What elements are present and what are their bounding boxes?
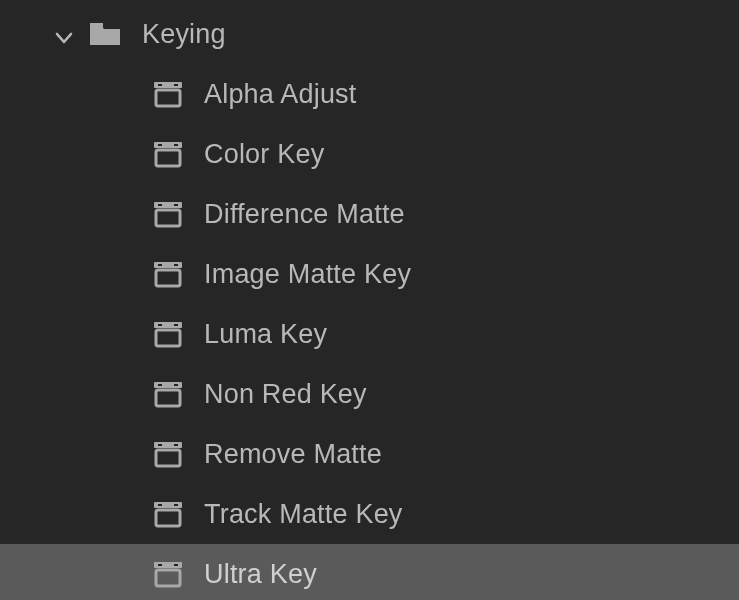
- effect-label: Image Matte Key: [204, 259, 411, 290]
- svg-rect-30: [158, 504, 162, 506]
- effect-icon: [152, 138, 184, 170]
- svg-rect-11: [174, 204, 178, 206]
- svg-rect-34: [158, 564, 162, 566]
- svg-rect-31: [174, 504, 178, 506]
- svg-rect-0: [90, 23, 103, 28]
- svg-rect-19: [174, 324, 178, 326]
- effect-item[interactable]: Track Matte Key: [0, 484, 739, 544]
- svg-rect-36: [156, 570, 180, 586]
- effect-label: Color Key: [204, 139, 324, 170]
- effect-icon: [152, 78, 184, 110]
- effect-icon: [152, 498, 184, 530]
- effect-label: Difference Matte: [204, 199, 405, 230]
- effect-item[interactable]: Color Key: [0, 124, 739, 184]
- effect-item[interactable]: Luma Key: [0, 304, 739, 364]
- effect-icon: [152, 318, 184, 350]
- effect-icon: [152, 378, 184, 410]
- svg-rect-22: [158, 384, 162, 386]
- svg-rect-20: [156, 330, 180, 346]
- effect-label: Remove Matte: [204, 439, 382, 470]
- effect-label: Track Matte Key: [204, 499, 403, 530]
- svg-rect-27: [174, 444, 178, 446]
- effect-icon: [152, 558, 184, 590]
- folder-row-keying[interactable]: Keying: [0, 4, 739, 64]
- svg-rect-32: [156, 510, 180, 526]
- effect-label: Non Red Key: [204, 379, 367, 410]
- svg-rect-4: [156, 90, 180, 106]
- svg-rect-14: [158, 264, 162, 266]
- svg-rect-3: [174, 84, 178, 86]
- effect-item[interactable]: Image Matte Key: [0, 244, 739, 304]
- effect-label: Luma Key: [204, 319, 327, 350]
- svg-rect-12: [156, 210, 180, 226]
- svg-rect-26: [158, 444, 162, 446]
- svg-rect-6: [158, 144, 162, 146]
- effect-icon: [152, 198, 184, 230]
- svg-rect-24: [156, 390, 180, 406]
- svg-rect-35: [174, 564, 178, 566]
- effect-item[interactable]: Non Red Key: [0, 364, 739, 424]
- svg-rect-7: [174, 144, 178, 146]
- effect-icon: [152, 258, 184, 290]
- svg-rect-8: [156, 150, 180, 166]
- effect-item[interactable]: Ultra Key: [0, 544, 739, 600]
- effect-icon: [152, 438, 184, 470]
- svg-rect-28: [156, 450, 180, 466]
- effect-item[interactable]: Difference Matte: [0, 184, 739, 244]
- svg-rect-15: [174, 264, 178, 266]
- svg-rect-16: [156, 270, 180, 286]
- svg-rect-23: [174, 384, 178, 386]
- chevron-down-icon[interactable]: [54, 24, 74, 44]
- effects-tree: Keying Alpha Adjust Color Key Difference…: [0, 0, 739, 600]
- folder-children: Alpha Adjust Color Key Difference Matte …: [0, 64, 739, 600]
- svg-rect-10: [158, 204, 162, 206]
- folder-label: Keying: [142, 19, 226, 50]
- svg-rect-18: [158, 324, 162, 326]
- folder-icon: [88, 17, 122, 51]
- effect-item[interactable]: Remove Matte: [0, 424, 739, 484]
- effect-label: Ultra Key: [204, 559, 317, 590]
- effect-label: Alpha Adjust: [204, 79, 357, 110]
- svg-rect-2: [158, 84, 162, 86]
- effect-item[interactable]: Alpha Adjust: [0, 64, 739, 124]
